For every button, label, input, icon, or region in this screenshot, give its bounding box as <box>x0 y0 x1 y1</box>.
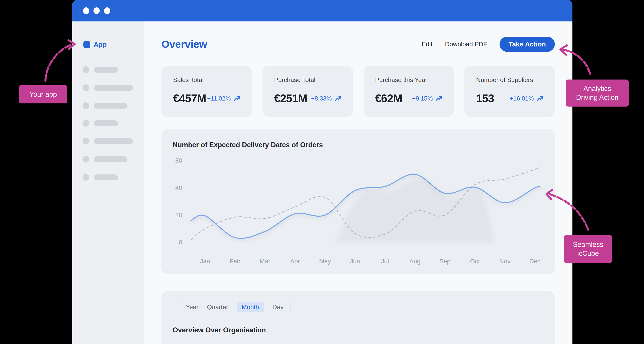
page-header: Overview Edit Download PDF Take Action <box>162 37 555 52</box>
y-axis-tick-label: 80 <box>175 157 182 164</box>
seamless-callout: Seamless icCube <box>564 235 612 263</box>
sidebar-placeholder-item[interactable] <box>82 84 133 91</box>
kpi-delta-text: +16.01% <box>510 95 534 102</box>
kpi-value-row: €251M +8.33% <box>274 92 342 105</box>
placeholder-circle-icon <box>82 66 89 73</box>
kpi-label: Purchase this Year <box>375 76 443 83</box>
window-control-dot[interactable] <box>104 7 110 14</box>
kpi-delta-text: +9.15% <box>412 95 433 102</box>
orders-chart: 0204080JanFebMarAprMayJunJulAugSepOctNov… <box>162 129 555 274</box>
x-axis-month-label: Feb <box>230 258 240 265</box>
sidebar-placeholder-item[interactable] <box>82 156 128 163</box>
placeholder-bar <box>94 103 128 109</box>
placeholder-bar <box>94 120 118 126</box>
trending-up-icon <box>234 95 240 102</box>
trending-up-icon <box>536 95 544 102</box>
kpi-delta-text: +11.02% <box>207 95 230 102</box>
kpi-value: €62M <box>375 92 402 105</box>
x-axis-month-label: Mar <box>260 258 270 265</box>
window-control-dot[interactable] <box>94 7 100 14</box>
placeholder-circle-icon <box>82 84 89 91</box>
kpi-card: Sales Total €457M +11.02% <box>162 66 252 117</box>
x-axis-month-label: Jul <box>381 258 389 265</box>
sidebar-item-app[interactable]: App <box>84 41 107 48</box>
toggle-option-quarter[interactable]: Quarter <box>207 302 228 312</box>
toggle-option-month[interactable]: Month <box>237 302 264 312</box>
x-axis-month-label: Nov <box>499 258 510 265</box>
seamless-callout-line1: Seamless <box>573 240 603 249</box>
placeholder-bar <box>94 85 133 91</box>
x-axis-month-label: Sep <box>440 258 450 265</box>
sidebar-placeholder-item[interactable] <box>82 102 128 109</box>
y-axis-tick-label: 0 <box>179 239 182 246</box>
kpi-label: Number of Suppliers <box>476 76 544 83</box>
x-axis-month-label: Aug <box>410 258 420 265</box>
y-axis-tick-label: 20 <box>175 212 182 218</box>
sidebar-item-app-label: App <box>94 41 107 48</box>
toggle-option-year[interactable]: Year <box>186 302 198 312</box>
kpi-card: Purchase this Year €62M +9.15% <box>364 66 454 117</box>
toggle-option-day[interactable]: Day <box>272 302 284 312</box>
x-axis-month-label: Apr <box>290 258 300 265</box>
your-app-arrow-icon <box>46 40 75 81</box>
your-app-callout: Your app <box>19 85 67 103</box>
kpi-row: Sales Total €457M +11.02% Purchase Total… <box>162 66 555 117</box>
kpi-card: Number of Suppliers 153 +16.01% <box>464 66 555 117</box>
trending-up-icon <box>435 95 442 102</box>
kpi-delta: +16.01% <box>510 95 544 102</box>
kpi-delta-text: +8.33% <box>311 95 332 102</box>
y-axis-tick-label: 40 <box>175 184 182 191</box>
app-window: App Overview Edit Download PDF Take Acti… <box>72 0 572 344</box>
sidebar-placeholder-item[interactable] <box>82 66 118 73</box>
placeholder-circle-icon <box>82 156 89 163</box>
placeholder-bar <box>94 138 133 144</box>
window-titlebar <box>72 0 572 21</box>
placeholder-bar <box>94 174 118 180</box>
placeholder-circle-icon <box>82 120 89 127</box>
page-title: Overview <box>162 38 207 50</box>
x-axis-month-label: Dec <box>529 258 540 265</box>
kpi-delta: +9.15% <box>412 95 442 102</box>
x-axis-month-label: Oct <box>470 258 480 265</box>
placeholder-circle-icon <box>82 174 89 181</box>
kpi-value: 153 <box>476 92 494 105</box>
placeholder-bar <box>94 67 118 73</box>
trending-up-icon <box>334 95 342 102</box>
organisation-overview-heading: Overview Over Organisation <box>173 326 266 334</box>
your-app-callout-label: Your app <box>30 90 57 99</box>
organisation-overview-card: YearQuarterMonthDay Overview Over Organi… <box>162 291 555 344</box>
analytics-callout: Analytics Driving Action <box>566 79 629 107</box>
placeholder-bar <box>94 156 128 162</box>
x-axis-month-label: Jan <box>200 258 210 265</box>
x-axis-month-label: Jun <box>350 258 360 265</box>
edit-button[interactable]: Edit <box>422 41 432 48</box>
analytics-callout-line1: Analytics <box>584 84 611 93</box>
analytics-callout-line2: Driving Action <box>576 93 618 102</box>
x-axis-month-label: May <box>319 258 331 265</box>
kpi-label: Sales Total <box>173 76 240 83</box>
kpi-label: Purchase Total <box>274 76 342 83</box>
app-icon <box>84 41 90 48</box>
kpi-delta: +11.02% <box>207 95 240 102</box>
download-pdf-button[interactable]: Download PDF <box>445 41 487 48</box>
delivery-dates-chart-card: Number of Expected Delivery Dates of Ord… <box>162 129 555 274</box>
placeholder-circle-icon <box>82 138 89 145</box>
sidebar: App <box>72 21 144 344</box>
time-granularity-toggle: YearQuarterMonthDay <box>179 300 291 314</box>
kpi-delta: +8.33% <box>311 95 342 102</box>
seamless-callout-line2: icCube <box>577 249 599 258</box>
kpi-value-row: €457M +11.02% <box>173 92 240 105</box>
kpi-card: Purchase Total €251M +8.33% <box>262 66 353 117</box>
main-content: Overview Edit Download PDF Take Action S… <box>144 21 572 344</box>
sidebar-placeholder-item[interactable] <box>82 138 133 145</box>
kpi-value-row: €62M +9.15% <box>375 92 443 105</box>
kpi-value: €457M <box>173 92 206 105</box>
window-control-dot[interactable] <box>83 7 89 14</box>
take-action-button[interactable]: Take Action <box>500 37 555 52</box>
sidebar-placeholder-item[interactable] <box>82 174 118 181</box>
sidebar-placeholder-item[interactable] <box>82 120 118 127</box>
kpi-value: €251M <box>274 92 307 105</box>
placeholder-circle-icon <box>82 102 89 109</box>
kpi-value-row: 153 +16.01% <box>476 92 544 105</box>
